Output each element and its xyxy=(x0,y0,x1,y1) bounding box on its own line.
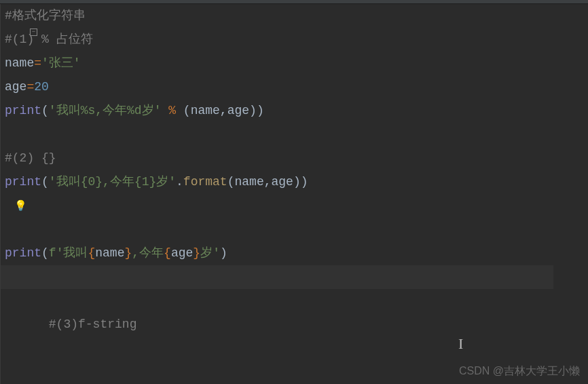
paren: ( xyxy=(41,246,49,260)
args: (name,age)) xyxy=(227,175,308,189)
number-literal: 20 xyxy=(34,80,49,94)
builtin-print: print xyxy=(5,104,41,117)
brace: { xyxy=(164,246,171,260)
identifier: age xyxy=(5,80,26,94)
code-line: age=20 xyxy=(5,75,588,99)
args: (name,age)) xyxy=(176,104,264,117)
comment: #格式化字符串 xyxy=(5,9,86,22)
builtin-print: print xyxy=(5,175,41,189)
operator: = xyxy=(34,56,41,70)
fstring: 岁' xyxy=(200,246,220,260)
comment: #(1) % 占位符 xyxy=(5,33,93,46)
fstring: f'我叫 xyxy=(49,246,88,260)
code-line: #(1) % 占位符 xyxy=(5,28,588,52)
string-literal: '张三' xyxy=(41,56,81,70)
comment: #(3)f-string xyxy=(49,318,137,331)
code-area[interactable]: #格式化字符串 #(1) % 占位符 name='张三' age=20 prin… xyxy=(1,4,588,384)
paren: ) xyxy=(220,246,227,260)
builtin-print: print xyxy=(5,246,41,260)
bulb-line: 💡 xyxy=(5,194,588,218)
brace: { xyxy=(88,246,95,260)
comment: #(2) {} xyxy=(5,151,56,165)
brace: } xyxy=(193,246,200,260)
string-literal: '我叫%s,今年%d岁' xyxy=(49,104,168,117)
watermark: CSDN @吉林大学王小懒 xyxy=(459,364,580,379)
text-cursor-icon: I xyxy=(458,335,463,353)
code-line: #格式化字符串 xyxy=(5,4,588,28)
code-line: print('我叫%s,今年%d岁' % (name,age)) xyxy=(5,99,588,123)
operator: = xyxy=(26,80,34,94)
fstring: ,今年 xyxy=(132,246,164,260)
paren: ( xyxy=(41,104,49,117)
identifier: name xyxy=(95,246,124,260)
format-method: format xyxy=(183,175,227,189)
identifier: age xyxy=(171,246,193,260)
code-editor[interactable]: − #格式化字符串 #(1) % 占位符 name='张三' age=20 pr… xyxy=(0,4,588,384)
code-line: name='张三' xyxy=(5,52,588,75)
code-line: #(3)f-string xyxy=(5,218,588,242)
current-line-highlight xyxy=(0,265,553,289)
brace: } xyxy=(124,246,132,260)
identifier: name xyxy=(5,56,34,70)
code-line: #(2) {} xyxy=(5,147,588,170)
percent-op: % xyxy=(168,104,176,117)
paren: ( xyxy=(41,175,49,189)
dot: . xyxy=(176,175,183,189)
lightbulb-icon[interactable]: 💡 xyxy=(14,201,27,212)
string-literal: '我叫{0},今年{1}岁' xyxy=(49,175,176,189)
code-line: print('我叫{0},今年{1}岁'.format(name,age)) xyxy=(5,170,588,194)
blank-line xyxy=(5,123,588,147)
